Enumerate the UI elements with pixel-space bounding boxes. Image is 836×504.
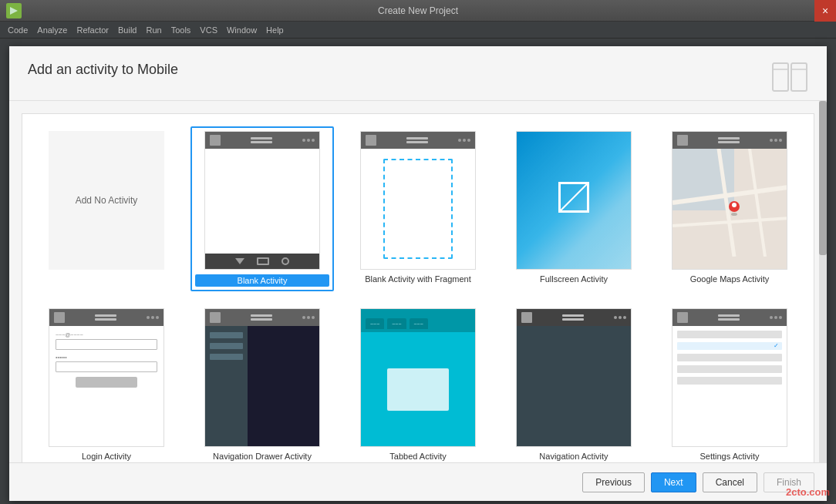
topbar-dot — [770, 139, 773, 142]
topbar-dot — [779, 316, 782, 319]
menu-help[interactable]: Help — [261, 25, 288, 35]
topbar-dot — [619, 316, 622, 319]
phone-body — [205, 149, 319, 254]
menu-analyze[interactable]: Analyze — [32, 25, 72, 35]
nav-drawer-mock — [205, 309, 319, 446]
nav-recent — [281, 257, 289, 265]
map-body — [673, 149, 787, 257]
activity-no-activity[interactable]: Add No Activity — [35, 126, 178, 291]
maps-label: Google Maps Activity — [690, 274, 770, 284]
mobile-layout-icon — [771, 62, 808, 92]
topbar-dot — [302, 316, 305, 319]
tabbed-content — [387, 368, 449, 411]
tabbed-mock: ~~~ ~~~ ~~~ — [361, 309, 475, 446]
settings-body: ✓ — [673, 326, 787, 446]
topbar-dot — [467, 139, 470, 142]
maps-mock — [673, 132, 787, 269]
frag-body — [361, 149, 475, 269]
fullscreen-label: Fullscreen Activity — [540, 274, 608, 284]
menu-vcs[interactable]: VCS — [195, 25, 222, 35]
activity-tabbed[interactable]: ~~~ ~~~ ~~~ Tabbed Activity — [346, 304, 490, 462]
activity-blank-fragment[interactable]: Blank Activity with Fragment — [346, 126, 490, 291]
dialog-title: Add an activity to Mobile — [28, 62, 178, 78]
blank-frag-mock — [361, 132, 475, 269]
settings-mock: ✓ — [673, 309, 787, 446]
activity-fullscreen[interactable]: Fullscreen Activity — [502, 126, 646, 291]
create-project-dialog: Add an activity to Mobile Add No Activit… — [9, 46, 827, 501]
activity-blank[interactable]: Blank Activity — [190, 126, 334, 291]
blank-fragment-label: Blank Activity with Fragment — [365, 274, 471, 284]
tabbed-thumbnail: ~~~ ~~~ ~~~ — [360, 308, 476, 447]
topbar-line — [251, 318, 272, 321]
window-title: Create New Project — [378, 5, 458, 16]
blank-phone-mock — [205, 132, 319, 269]
svg-point-11 — [731, 213, 737, 216]
no-activity-text: Add No Activity — [76, 195, 138, 206]
menu-window[interactable]: Window — [222, 25, 261, 35]
topbar-square — [677, 135, 688, 146]
topbar-dot — [779, 139, 782, 142]
close-button[interactable]: × — [814, 0, 836, 22]
menu-refactor[interactable]: Refactor — [72, 25, 113, 35]
topbar-square — [54, 312, 65, 323]
map-svg — [673, 149, 787, 257]
topbar-line — [562, 314, 584, 317]
menu-code[interactable]: Code — [3, 25, 32, 35]
login-mock: ~~~@~~~~ •••••• — [49, 309, 163, 446]
svg-rect-1 — [791, 63, 807, 91]
activities-grid: Add No Activity — [22, 113, 814, 462]
activity-nav-drawer[interactable]: Navigation Drawer Activity — [190, 304, 334, 462]
topbar-dot — [774, 139, 777, 142]
tab-1: ~~~ — [366, 318, 384, 329]
tab-3: ~~~ — [410, 318, 428, 329]
activity-login[interactable]: ~~~@~~~~ •••••• Login Activity — [35, 304, 178, 462]
scrollbar[interactable] — [819, 101, 827, 462]
topbar-dot — [147, 316, 150, 319]
topbar-line — [718, 314, 740, 317]
activity-settings[interactable]: ✓ Settings Activity — [658, 304, 801, 462]
login-pass-field — [56, 361, 157, 372]
scrollbar-thumb[interactable] — [819, 101, 827, 255]
next-button[interactable]: Next — [651, 472, 696, 492]
menu-run[interactable]: Run — [141, 25, 166, 35]
topbar-square — [366, 135, 376, 146]
nav-home — [257, 257, 269, 265]
dialog-header: Add an activity to Mobile — [9, 46, 827, 101]
fullscreen-mock — [517, 132, 631, 269]
previous-button[interactable]: Previous — [582, 472, 645, 492]
nav-drawer-thumbnail — [204, 308, 320, 447]
topbar-line — [718, 137, 740, 139]
fullscreen-thumbnail — [516, 131, 632, 270]
menu-tools[interactable]: Tools — [167, 25, 196, 35]
activity-maps[interactable]: Google Maps Activity — [658, 126, 801, 291]
topbar-line — [251, 141, 272, 143]
drawer-body — [205, 326, 319, 446]
topbar-line — [718, 141, 740, 143]
settings-checkmark: ✓ — [774, 343, 780, 349]
phone-bottombar — [205, 254, 319, 269]
topbar-dot — [770, 316, 773, 319]
drawer-item — [210, 354, 243, 360]
settings-row-1 — [677, 331, 782, 338]
maps-thumbnail — [672, 131, 787, 270]
dark-nav-body — [517, 326, 631, 446]
phone-topbar — [205, 309, 319, 326]
login-label-email: ~~~@~~~~ — [56, 332, 157, 338]
topbar-line — [251, 137, 272, 139]
login-label-text: Login Activity — [82, 452, 131, 461]
settings-row-4 — [677, 365, 782, 373]
login-label-pass: •••••• — [56, 354, 157, 360]
cancel-button[interactable]: Cancel — [703, 472, 757, 492]
topbar-dot — [312, 316, 315, 319]
no-activity-thumbnail: Add No Activity — [49, 131, 164, 270]
topbar-dot — [312, 139, 315, 142]
tabbed-body — [361, 332, 475, 446]
nav-dark-thumbnail — [516, 308, 632, 447]
login-body: ~~~@~~~~ •••••• — [49, 326, 163, 446]
topbar-line — [251, 314, 272, 317]
activity-nav-dark[interactable]: Navigation Activity — [502, 304, 646, 462]
topbar-line — [562, 318, 584, 321]
menu-build[interactable]: Build — [113, 25, 141, 35]
topbar-dot — [614, 316, 617, 319]
topbar-dot — [623, 316, 626, 319]
